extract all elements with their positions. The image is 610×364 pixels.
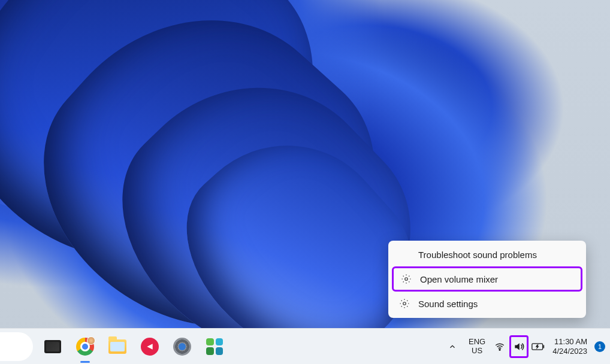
menu-item-open-volume-mixer[interactable]: Open volume mixer	[394, 268, 581, 290]
menu-item-troubleshoot-sound[interactable]: Troubleshoot sound problems	[392, 244, 582, 265]
battery-icon[interactable]	[531, 338, 545, 355]
gear-icon	[399, 298, 410, 309]
menu-item-label: Troubleshoot sound problems	[418, 250, 537, 260]
taskbar-app-settings[interactable]	[170, 334, 195, 359]
sound-context-menu: Troubleshoot sound problems Open volume …	[388, 241, 586, 318]
taskbar-app-file-explorer[interactable]	[105, 334, 130, 359]
svg-point-0	[405, 278, 408, 281]
taskbar-app-microsoft[interactable]	[202, 334, 227, 359]
svg-point-1	[403, 302, 406, 305]
language-top: ENG	[469, 338, 485, 347]
menu-item-label: Sound settings	[418, 299, 478, 309]
language-indicator[interactable]: ENG US	[469, 338, 485, 356]
language-bottom: US	[469, 347, 485, 356]
taskbar-app-chrome[interactable]	[73, 334, 98, 359]
menu-item-sound-settings[interactable]: Sound settings	[392, 293, 582, 314]
wifi-icon[interactable]	[493, 338, 507, 355]
notification-badge[interactable]: 1	[594, 341, 605, 352]
start-button[interactable]	[0, 332, 33, 361]
taskbar: ENG US 11:30 AM 4/24/2023 1	[0, 328, 610, 364]
clock-date: 4/24/2023	[552, 347, 587, 356]
tray-overflow-button[interactable]	[443, 338, 461, 356]
taskbar-app-recorder[interactable]	[137, 334, 162, 359]
menu-item-label: Open volume mixer	[420, 274, 498, 284]
volume-icon[interactable]	[512, 338, 526, 355]
svg-point-2	[499, 349, 500, 350]
svg-rect-4	[543, 345, 545, 348]
notification-count: 1	[598, 343, 602, 350]
task-view-button[interactable]	[40, 334, 65, 359]
clock[interactable]: 11:30 AM 4/24/2023	[552, 337, 587, 356]
gear-icon	[401, 274, 412, 284]
clock-time: 11:30 AM	[552, 337, 587, 347]
